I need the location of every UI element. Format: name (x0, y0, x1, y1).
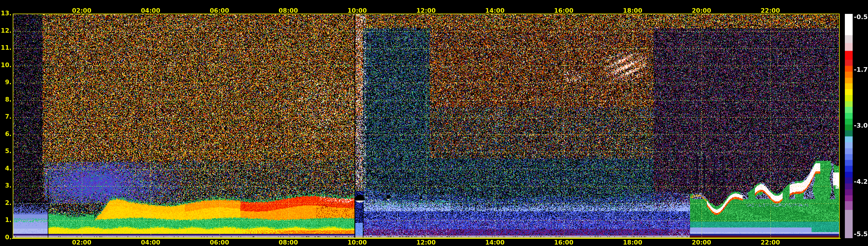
x-tick-top: 16:00 (554, 7, 574, 14)
y-tick: 0. (0, 234, 11, 241)
y-tick: 6. (0, 130, 11, 137)
x-tick-top: 08:00 (279, 7, 298, 14)
y-tick: 3. (0, 182, 11, 189)
x-tick-bottom: 08:00 (279, 239, 298, 246)
y-tick: 11. (0, 44, 11, 51)
x-tick-top: 22:00 (761, 7, 780, 14)
lidar-quicklook-window: Meteorological Institute of Ludwig-Maxim… (0, 0, 868, 246)
lidar-heatmap-canvas (0, 0, 868, 246)
y-tick: 9. (0, 79, 11, 86)
x-tick-top: 20:00 (692, 7, 711, 14)
x-tick-bottom: 14:00 (485, 239, 505, 246)
colorbar-tick: -5.50 (854, 230, 868, 238)
x-tick-bottom: 22:00 (761, 239, 780, 246)
x-tick-top: 10:00 (347, 7, 367, 14)
colorbar-tick: -3.00 (854, 122, 868, 129)
colorbar-tick: -4.25 (854, 178, 868, 185)
x-tick-bottom: 20:00 (692, 239, 711, 246)
y-tick: 12. (0, 27, 11, 34)
x-tick-top: 14:00 (485, 7, 505, 14)
x-tick-top: 12:00 (416, 7, 436, 14)
colorbar-tick: -1.75 (854, 66, 868, 73)
x-tick-top: 18:00 (623, 7, 642, 14)
x-tick-bottom: 02:00 (72, 239, 91, 246)
y-tick: 1. (0, 216, 11, 223)
y-tick: 5. (0, 148, 11, 155)
x-tick-top: 02:00 (72, 7, 91, 14)
y-tick: 10. (0, 62, 11, 69)
x-tick-bottom: 06:00 (210, 239, 229, 246)
colorbar-tick: -0.50 (854, 13, 868, 21)
x-tick-bottom: 16:00 (554, 239, 574, 246)
y-tick: 8. (0, 96, 11, 103)
x-tick-bottom: 04:00 (141, 239, 160, 246)
y-tick: 4. (0, 165, 11, 172)
x-tick-top: 04:00 (141, 7, 160, 14)
x-tick-bottom: 12:00 (416, 239, 436, 246)
x-tick-bottom: 10:00 (347, 239, 367, 246)
x-tick-top: 06:00 (210, 7, 229, 14)
y-tick: 7. (0, 113, 11, 120)
x-tick-bottom: 18:00 (623, 239, 642, 246)
y-tick: 13. (0, 10, 11, 17)
y-tick: 2. (0, 199, 11, 206)
